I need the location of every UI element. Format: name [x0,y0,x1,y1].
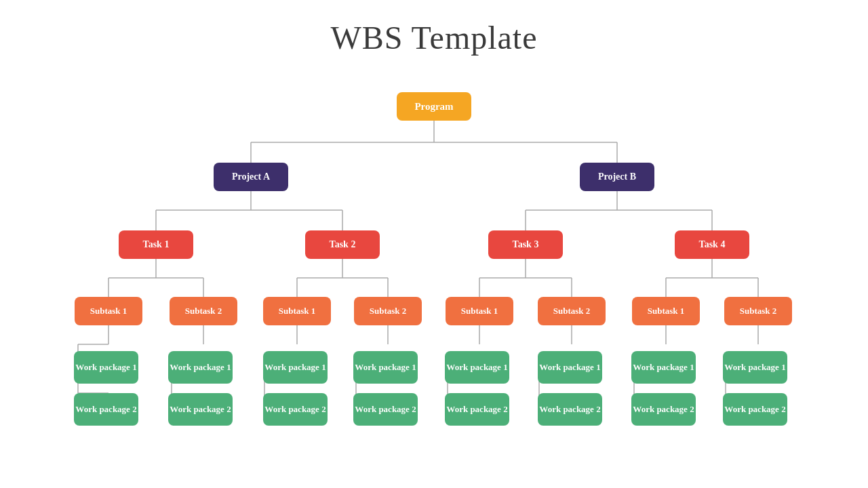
task-4-node: Task 4 [675,230,749,259]
page-title: WBS Template [0,0,868,56]
project-a-node: Project A [214,163,288,191]
wp-t3-s1-1: Work package 1 [445,351,509,384]
task-2-node: Task 2 [305,230,380,259]
wp-t4-s2-2: Work package 2 [723,393,787,426]
wp-t1-s1-2: Work package 2 [74,393,138,426]
wp-t2-s1-1: Work package 1 [263,351,328,384]
subtask-t3-2: Subtask 2 [538,297,606,325]
task-1-node: Task 1 [119,230,193,259]
wp-t3-s2-2: Work package 2 [538,393,602,426]
page: WBS Template [0,0,868,488]
subtask-t2-2: Subtask 2 [354,297,422,325]
wp-t1-s2-2: Work package 2 [168,393,233,426]
subtask-t3-1: Subtask 1 [446,297,513,325]
wp-t2-s2-2: Work package 2 [353,393,418,426]
subtask-t2-1: Subtask 1 [263,297,331,325]
subtask-t4-2: Subtask 2 [724,297,792,325]
program-node: Program [397,92,471,121]
wbs-chart: Program Project A Project B Task 1 Task … [0,75,868,488]
wp-t2-s1-2: Work package 2 [263,393,328,426]
subtask-t1-2: Subtask 2 [170,297,237,325]
task-3-node: Task 3 [488,230,563,259]
project-b-node: Project B [580,163,654,191]
wp-t4-s2-1: Work package 1 [723,351,787,384]
subtask-t1-1: Subtask 1 [75,297,142,325]
wp-t3-s1-2: Work package 2 [445,393,509,426]
wp-t1-s1-1: Work package 1 [74,351,138,384]
wp-t1-s2-1: Work package 1 [168,351,233,384]
wp-t3-s2-1: Work package 1 [538,351,602,384]
wp-t4-s1-1: Work package 1 [631,351,696,384]
connector-lines [0,75,868,488]
wp-t4-s1-2: Work package 2 [631,393,696,426]
wp-t2-s2-1: Work package 1 [353,351,418,384]
subtask-t4-1: Subtask 1 [632,297,700,325]
